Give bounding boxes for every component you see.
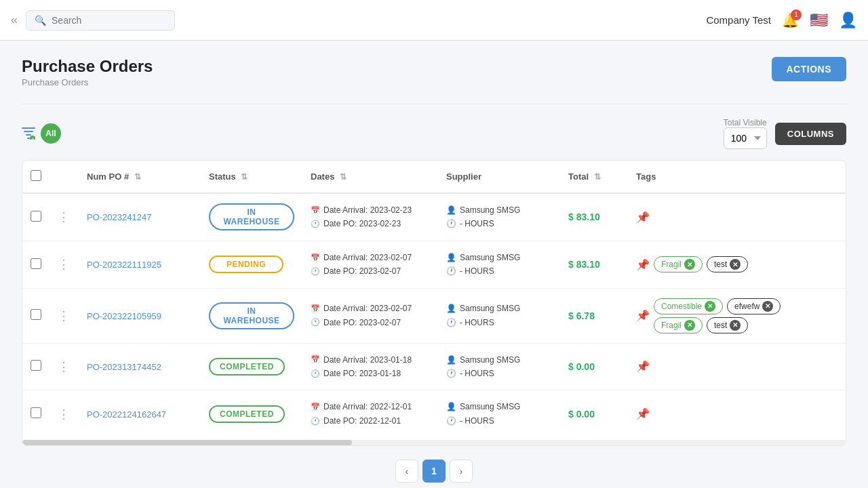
header-tags: Tags (628, 161, 846, 193)
tag-close-test[interactable]: ✕ (730, 320, 741, 331)
status-badge: COMPLETED (209, 358, 285, 375)
collapse-nav-icon[interactable]: « (11, 13, 18, 27)
row-status: COMPLETED (201, 343, 302, 390)
tag-close-Fragil[interactable]: ✕ (684, 320, 695, 331)
date-arrival: Date Arrival: 2023-02-23 (323, 203, 412, 217)
next-page-button[interactable]: › (450, 460, 473, 483)
row-context-menu[interactable]: ⋮ (58, 360, 71, 373)
search-input[interactable] (52, 15, 160, 26)
row-context-menu[interactable]: ⋮ (58, 210, 71, 224)
tag-close-test[interactable]: ✕ (730, 259, 741, 270)
status-badge: IN WAREHOUSE (209, 203, 294, 230)
columns-button[interactable]: COLUMNS (775, 123, 846, 145)
po-link[interactable]: PO-2022124162647 (87, 409, 166, 420)
row-tags: 📌 Fragil ✕ test ✕ (628, 241, 846, 288)
tag-close-efwefw[interactable]: ✕ (762, 301, 773, 312)
tag-bookmark-icon[interactable]: 📌 (636, 309, 650, 322)
total-value: $ 83.10 (568, 259, 600, 270)
select-all-checkbox[interactable] (31, 170, 41, 181)
row-checkbox[interactable] (31, 360, 41, 371)
supplier-person-icon: 👤 (446, 203, 456, 217)
search-icon: 🔍 (35, 15, 46, 26)
actions-button[interactable]: ACTIONS (772, 57, 847, 81)
po-link[interactable]: PO-202322111925 (87, 260, 161, 270)
tag-bookmark-icon[interactable]: 📌 (636, 211, 650, 224)
row-tags: 📌 (628, 343, 846, 390)
row-context-menu[interactable]: ⋮ (58, 309, 71, 323)
supplier-hours: - HOURS (460, 367, 494, 380)
supplier-person-icon: 👤 (446, 400, 456, 413)
supplier-clock-icon: 🕐 (446, 217, 456, 230)
row-checkbox[interactable] (31, 211, 41, 222)
calendar-icon: 📅 (311, 251, 320, 264)
tag-bookmark-icon[interactable]: 📌 (636, 360, 650, 373)
clock-icon: 🕐 (311, 367, 320, 380)
status-badge: COMPLETED (209, 405, 285, 423)
tag-close-Comestible[interactable]: ✕ (705, 301, 715, 312)
row-actions-cell[interactable]: ⋮ (50, 193, 79, 241)
tags-container: 📌 Fragil ✕ test ✕ (636, 256, 837, 272)
page-1-button[interactable]: 1 (422, 460, 446, 483)
row-po-number[interactable]: PO-202322105959 (79, 288, 201, 343)
tag-bookmark-icon[interactable]: 📌 (636, 258, 650, 271)
po-link[interactable]: PO-202322105959 (87, 311, 161, 321)
tags-container: 📌 Comestible ✕ efwefw ✕ Fragil ✕ test ✕ (636, 298, 837, 333)
row-checkbox[interactable] (31, 407, 41, 418)
toolbar: + All Total Visible 100 50 25 COLUMNS (22, 118, 846, 149)
total-visible-label: Total Visible (724, 118, 767, 127)
page-title: Purchase Orders (22, 57, 153, 76)
visible-count-select[interactable]: 100 50 25 (724, 127, 767, 149)
date-po: Date PO: 2023-02-23 (323, 217, 401, 230)
row-po-number[interactable]: PO-202322111925 (79, 241, 201, 288)
header-select-all[interactable] (22, 161, 50, 193)
row-status: IN WAREHOUSE (201, 288, 302, 343)
page-header: Purchase Orders Purchase Orders ACTIONS (22, 57, 846, 87)
filter-icon[interactable]: + (22, 127, 35, 140)
header-supplier: Supplier (438, 161, 560, 193)
header-dates[interactable]: Dates ⇅ (302, 161, 438, 193)
row-checkbox[interactable] (31, 309, 41, 320)
row-checkbox[interactable] (31, 258, 41, 269)
header-status[interactable]: Status ⇅ (201, 161, 302, 193)
user-avatar-icon[interactable]: 👤 (839, 12, 857, 29)
row-checkbox-cell[interactable] (22, 343, 50, 390)
notification-button[interactable]: 🔔 1 (782, 12, 799, 28)
sort-icon-status: ⇅ (241, 172, 248, 182)
row-context-menu[interactable]: ⋮ (58, 258, 71, 271)
row-po-number[interactable]: PO-2023241247 (79, 193, 201, 241)
total-value: $ 0.00 (568, 409, 595, 420)
language-flag[interactable]: 🇺🇸 (810, 12, 828, 29)
table-header-row: Num PO # ⇅ Status ⇅ Dates ⇅ Supplier (22, 161, 846, 193)
date-arrival: Date Arrival: 2023-02-07 (323, 302, 412, 315)
po-link[interactable]: PO-2023241247 (87, 212, 151, 222)
row-checkbox-cell[interactable] (22, 288, 50, 343)
row-actions-cell[interactable]: ⋮ (50, 390, 79, 437)
purchase-orders-table: Num PO # ⇅ Status ⇅ Dates ⇅ Supplier (22, 160, 846, 446)
row-checkbox-cell[interactable] (22, 390, 50, 437)
row-po-number[interactable]: PO-2022124162647 (79, 390, 201, 437)
row-checkbox-cell[interactable] (22, 193, 50, 241)
tag-close-Fragil[interactable]: ✕ (684, 259, 695, 270)
row-dates: 📅 Date Arrival: 2022-12-01 🕐 Date PO: 20… (302, 390, 438, 437)
row-actions-cell[interactable]: ⋮ (50, 288, 79, 343)
row-context-menu[interactable]: ⋮ (58, 407, 71, 421)
sort-icon-num-po: ⇅ (134, 172, 141, 182)
notification-badge: 1 (791, 9, 802, 20)
header-total[interactable]: Total ⇅ (560, 161, 628, 193)
po-link[interactable]: PO-202313174452 (87, 362, 161, 372)
header-num-po[interactable]: Num PO # ⇅ (79, 161, 201, 193)
tag-bookmark-icon[interactable]: 📌 (636, 407, 650, 420)
row-status: PENDING (201, 241, 302, 288)
row-actions-cell[interactable]: ⋮ (50, 343, 79, 390)
all-filter-badge[interactable]: All (41, 123, 61, 144)
horizontal-scrollbar[interactable] (22, 440, 846, 445)
supplier-hours: - HOURS (460, 414, 494, 428)
prev-page-button[interactable]: ‹ (395, 460, 418, 483)
supplier-clock-icon: 🕐 (446, 264, 456, 278)
table-row: ⋮ PO-2023241247 IN WAREHOUSE 📅 Date Arri… (22, 193, 846, 241)
supplier-name: Samsung SMSG (460, 302, 520, 315)
row-actions-cell[interactable]: ⋮ (50, 241, 79, 288)
row-po-number[interactable]: PO-202313174452 (79, 343, 201, 390)
date-po: Date PO: 2023-01-18 (323, 367, 401, 380)
row-checkbox-cell[interactable] (22, 241, 50, 288)
